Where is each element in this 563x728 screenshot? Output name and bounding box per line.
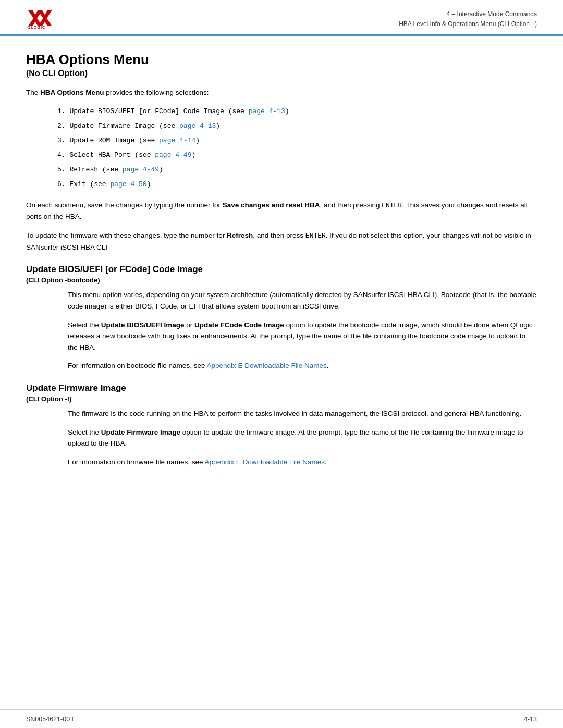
section-fw-content: The firmware is the code running on the …	[68, 408, 537, 467]
link-appendix-e-bios[interactable]: Appendix E Downloadable File Names	[206, 362, 326, 369]
bios-para-1: This menu option varies, depending on yo…	[68, 289, 537, 312]
list-item: 3. Update ROM Image (see page 4-14)	[57, 134, 537, 147]
link-page-4-13-bios[interactable]: page 4-13	[249, 107, 285, 115]
link-appendix-e-fw[interactable]: Appendix E Downloadable File Names	[205, 458, 325, 466]
page-footer: SN0054621-00 E 4-13	[0, 709, 563, 728]
svg-marker-1	[38, 10, 52, 26]
section-heading-bios: Update BIOS/UEFI [or FCode] Code Image	[26, 264, 537, 275]
menu-list: 1. Update BIOS/UEFI [or FCode] Code Imag…	[57, 105, 537, 191]
bold-update-fw: Update Firmware Image	[101, 428, 180, 436]
svg-text:QLOGIC: QLOGIC	[27, 25, 45, 29]
header-text: 4 – Interactive Mode Commands HBA Level …	[399, 9, 537, 29]
page-title: HBA Options Menu	[26, 52, 537, 68]
bold-update-fcode: Update FCode Code Image	[194, 321, 284, 329]
link-page-4-49-refresh[interactable]: page 4-49	[123, 166, 159, 174]
page-header: QLOGIC 4 – Interactive Mode Commands HBA…	[0, 0, 563, 36]
list-item: 2. Update Firmware Image (see page 4-13)	[57, 119, 537, 133]
fw-para-2: Select the Update Firmware Image option …	[68, 427, 537, 449]
page-wrapper: QLOGIC 4 – Interactive Mode Commands HBA…	[0, 0, 563, 728]
section-subheading-bios: (CLI Option -bootcode)	[26, 276, 537, 284]
intro-text: The HBA Options Menu provides the follow…	[26, 88, 537, 98]
list-item: 5. Refresh (see page 4-49)	[57, 163, 537, 177]
body-para-2: To update the firmware with these change…	[26, 230, 537, 253]
list-item: 1. Update BIOS/UEFI [or FCode] Code Imag…	[57, 105, 537, 118]
fw-para-1: The firmware is the code running on the …	[68, 408, 537, 419]
link-page-4-50[interactable]: page 4-50	[110, 180, 146, 188]
page-subtitle: (No CLI Option)	[26, 69, 537, 78]
list-item: 4. Select HBA Port (see page 4-49)	[57, 149, 537, 162]
section-bios-content: This menu option varies, depending on yo…	[68, 289, 537, 372]
chapter-title: 4 – Interactive Mode Commands	[399, 9, 537, 19]
bios-para-2: Select the Update BIOS/UEFI Image or Upd…	[68, 319, 537, 353]
link-page-4-49-port[interactable]: page 4-49	[155, 151, 191, 159]
intro-bold: HBA Options Menu	[40, 89, 104, 96]
doc-number: SN0054621-00 E	[26, 715, 76, 723]
fw-para-3: For information on firmware file names, …	[68, 456, 537, 468]
page-number: 4-13	[524, 715, 537, 723]
section-heading-fw: Update Firmware Image	[26, 383, 537, 393]
link-page-4-14[interactable]: page 4-14	[159, 137, 195, 144]
bold-refresh: Refresh	[227, 231, 253, 239]
bold-save-changes: Save changes and reset HBA	[223, 201, 320, 209]
bold-update-bios: Update BIOS/UEFI Image	[101, 321, 185, 329]
link-page-4-13-fw[interactable]: page 4-13	[179, 122, 216, 130]
body-para-1: On each submenu, save the changes by typ…	[26, 200, 537, 223]
section-title: HBA Level Info & Operations Menu (CLI Op…	[399, 19, 537, 29]
section-subheading-fw: (CLI Option -f)	[26, 395, 537, 403]
bios-para-3: For information on bootcode file names, …	[68, 360, 537, 372]
logo-area: QLOGIC	[26, 9, 53, 29]
qlogic-logo-icon: QLOGIC	[26, 9, 53, 29]
list-item: 6. Exit (see page 4-50)	[57, 178, 537, 191]
main-content: HBA Options Menu (No CLI Option) The HBA…	[0, 36, 563, 709]
